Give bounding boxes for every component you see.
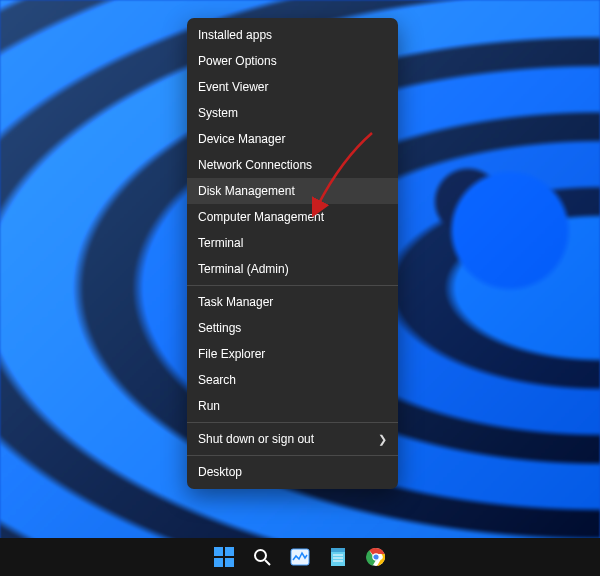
svg-rect-7 [331, 548, 345, 552]
start-button[interactable] [213, 546, 235, 568]
taskbar-app-taskmanager[interactable] [289, 546, 311, 568]
menu-item-computer-management[interactable]: Computer Management [187, 204, 398, 230]
menu-item-system[interactable]: System [187, 100, 398, 126]
menu-item-power-options[interactable]: Power Options [187, 48, 398, 74]
task-manager-icon [290, 547, 310, 567]
menu-item-terminal[interactable]: Terminal [187, 230, 398, 256]
menu-item-network-connections[interactable]: Network Connections [187, 152, 398, 178]
menu-item-event-viewer[interactable]: Event Viewer [187, 74, 398, 100]
menu-item-label: File Explorer [198, 347, 265, 361]
svg-rect-2 [214, 558, 223, 567]
winx-context-menu: Installed apps Power Options Event Viewe… [187, 18, 398, 489]
menu-item-label: Shut down or sign out [198, 432, 314, 446]
menu-item-desktop[interactable]: Desktop [187, 459, 398, 485]
svg-rect-1 [225, 547, 234, 556]
menu-item-label: Settings [198, 321, 241, 335]
menu-item-settings[interactable]: Settings [187, 315, 398, 341]
menu-item-label: Network Connections [198, 158, 312, 172]
menu-separator [187, 285, 398, 286]
svg-line-5 [265, 560, 270, 565]
menu-item-label: Installed apps [198, 28, 272, 42]
menu-item-label: Terminal (Admin) [198, 262, 289, 276]
taskbar-search-button[interactable] [251, 546, 273, 568]
menu-item-label: Run [198, 399, 220, 413]
menu-item-installed-apps[interactable]: Installed apps [187, 22, 398, 48]
svg-rect-8 [331, 552, 345, 566]
taskbar-app-notepad[interactable] [327, 546, 349, 568]
windows-logo-icon [214, 547, 234, 567]
taskbar [0, 538, 600, 576]
menu-item-label: Disk Management [198, 184, 295, 198]
chrome-icon [366, 547, 386, 567]
taskbar-app-chrome[interactable] [365, 546, 387, 568]
menu-item-label: Desktop [198, 465, 242, 479]
menu-item-label: Computer Management [198, 210, 324, 224]
menu-item-label: Task Manager [198, 295, 273, 309]
svg-rect-3 [225, 558, 234, 567]
menu-item-label: Search [198, 373, 236, 387]
chevron-right-icon: ❯ [378, 433, 387, 446]
menu-item-run[interactable]: Run [187, 393, 398, 419]
search-icon [252, 547, 272, 567]
menu-separator [187, 455, 398, 456]
menu-item-file-explorer[interactable]: File Explorer [187, 341, 398, 367]
svg-point-4 [255, 550, 266, 561]
menu-separator [187, 422, 398, 423]
menu-item-label: Device Manager [198, 132, 285, 146]
menu-item-task-manager[interactable]: Task Manager [187, 289, 398, 315]
menu-item-label: Event Viewer [198, 80, 268, 94]
menu-item-label: Power Options [198, 54, 277, 68]
menu-item-disk-management[interactable]: Disk Management [187, 178, 398, 204]
menu-item-shut-down-or-sign-out[interactable]: Shut down or sign out ❯ [187, 426, 398, 452]
notepad-icon [328, 547, 348, 567]
svg-point-13 [373, 554, 379, 560]
menu-item-label: System [198, 106, 238, 120]
menu-item-search[interactable]: Search [187, 367, 398, 393]
svg-rect-0 [214, 547, 223, 556]
menu-item-terminal-admin[interactable]: Terminal (Admin) [187, 256, 398, 282]
menu-item-label: Terminal [198, 236, 243, 250]
menu-item-device-manager[interactable]: Device Manager [187, 126, 398, 152]
